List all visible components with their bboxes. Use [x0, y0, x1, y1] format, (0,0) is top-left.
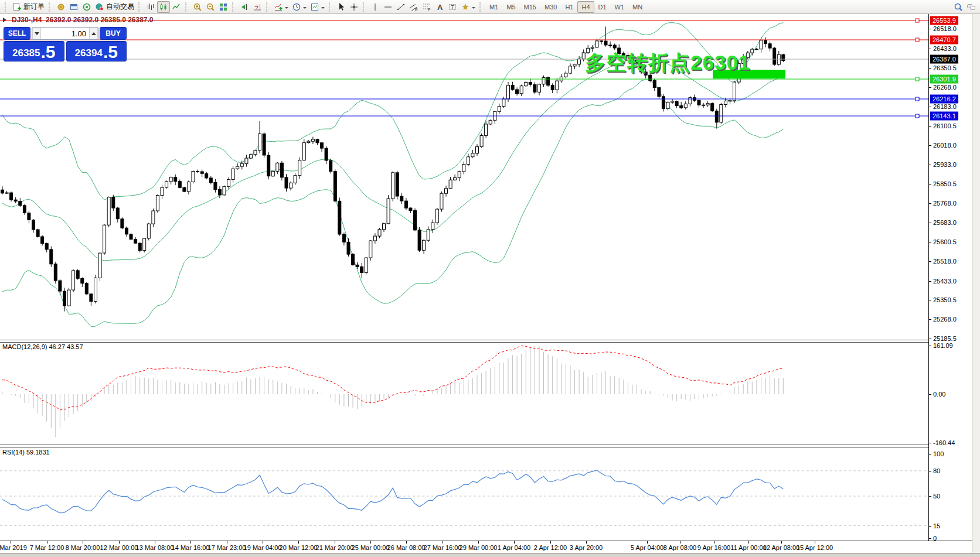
time-tick-label: 3 Apr 20:00	[570, 544, 603, 551]
tf-d1-button[interactable]: D1	[594, 1, 611, 13]
buy-button[interactable]: BUY	[100, 27, 127, 40]
time-tick	[335, 541, 335, 544]
volume-decrease-button[interactable]	[32, 28, 41, 39]
time-tick	[781, 541, 782, 544]
rsi-label: RSI(14) 59.1831	[2, 449, 50, 456]
tf-m5-button[interactable]: M5	[502, 1, 519, 13]
time-tick	[647, 541, 648, 544]
time-tick	[406, 541, 407, 544]
price-tick-label: 26350.5	[933, 64, 957, 71]
macd-label: MACD(12,26,9) 46.27 43.57	[2, 343, 83, 350]
chart-window-button[interactable]	[67, 1, 80, 13]
chat-icon	[967, 2, 976, 12]
tf-mn-button[interactable]: MN	[628, 1, 646, 13]
buy-price-display[interactable]: 26394.5	[66, 41, 127, 61]
autotrade-button[interactable]: 自动交易	[93, 1, 136, 13]
tick-dash	[929, 29, 931, 29]
chevron-down-icon[interactable]	[472, 7, 475, 11]
indicators-button[interactable]	[272, 1, 290, 13]
chart-shift-button[interactable]	[251, 1, 264, 13]
tick-dash	[929, 68, 931, 69]
horizontal-line-button[interactable]	[382, 1, 394, 13]
crosshair-button[interactable]	[348, 1, 360, 13]
arrows-button[interactable]	[459, 1, 477, 13]
price-tick-label: 26018.0	[933, 142, 957, 149]
tick-dash	[929, 126, 931, 127]
time-tick-label: 5 Apr 04:00	[631, 544, 663, 551]
price-tick-label: 161.09	[933, 342, 953, 349]
timeframe-label: H4	[581, 4, 590, 11]
price-tick: 50	[929, 493, 940, 500]
tile-windows-button[interactable]	[217, 1, 230, 13]
zoom-in-button[interactable]	[191, 1, 204, 13]
vline-icon	[370, 2, 380, 12]
periods-button[interactable]	[290, 1, 308, 13]
tick-dash	[929, 165, 931, 165]
time-tick-label: 20 Mar 12:00	[280, 544, 318, 551]
cursor-button[interactable]	[335, 1, 348, 13]
chart-canvas[interactable]	[0, 14, 928, 541]
auto-scroll-button[interactable]	[238, 1, 251, 13]
indicator-icon	[274, 2, 283, 12]
signals-button[interactable]	[80, 1, 93, 13]
svg-text:A: A	[437, 2, 443, 11]
toolbar-grip	[49, 2, 52, 12]
tf-w1-button[interactable]: W1	[611, 1, 629, 13]
tf-m30-button[interactable]: M30	[540, 1, 561, 13]
tf-m1-button[interactable]: M1	[485, 1, 502, 13]
time-axis[interactable]: 6 Mar 20197 Mar 12:008 Mar 20:0012 Mar 0…	[0, 541, 980, 553]
toolbar-grip	[138, 2, 142, 12]
sell-button[interactable]: SELL	[4, 27, 30, 40]
time-tick-label: 26 Mar 08:00	[387, 544, 426, 551]
price-tick: 0.00	[929, 391, 945, 398]
market-watch-button[interactable]	[55, 1, 67, 13]
price-tick: 25600.5	[929, 238, 957, 245]
new-order-button[interactable]: 新订单	[11, 1, 46, 13]
label-button[interactable]: T	[446, 1, 459, 13]
volume-input[interactable]	[41, 28, 89, 39]
price-tick: 80	[929, 467, 940, 474]
panel-separator[interactable]	[0, 445, 928, 447]
price-tick: -160.44	[929, 439, 955, 446]
search-button[interactable]	[952, 1, 965, 13]
price-tick: 26183.0	[929, 103, 957, 110]
line-chart-button[interactable]	[170, 1, 183, 13]
zoom-out-button[interactable]	[204, 1, 217, 13]
templates-button[interactable]	[308, 1, 326, 13]
fibonacci-button[interactable]: F	[420, 1, 433, 13]
tf-m15-button[interactable]: M15	[520, 1, 540, 13]
candlestick-chart-button[interactable]	[157, 1, 170, 13]
price-tick: 161.09	[929, 342, 953, 349]
tick-dash	[929, 394, 931, 395]
volume-increase-button[interactable]	[89, 28, 98, 39]
candles-icon	[159, 2, 168, 12]
sell-price-main: 26385	[12, 45, 40, 61]
channel-button[interactable]: E	[407, 1, 420, 13]
vertical-line-button[interactable]	[369, 1, 382, 13]
text-button[interactable]: A	[433, 1, 446, 13]
autotrade-icon	[95, 2, 104, 12]
tile-icon	[219, 2, 228, 12]
price-axis[interactable]: 26518.026433.026350.526268.026183.026100…	[928, 14, 972, 553]
svg-text:T: T	[451, 4, 455, 10]
tf-h4-button[interactable]: H4	[577, 1, 594, 13]
bar-chart-button[interactable]	[144, 1, 157, 13]
shift-icon	[253, 2, 262, 12]
chevron-down-icon[interactable]	[303, 7, 307, 11]
tick-dash	[929, 300, 931, 300]
one-click-trading-panel: SELL BUY 26385.5 26394.5	[4, 27, 127, 61]
sell-price-display[interactable]: 26385.5	[4, 41, 64, 61]
price-tick: 15	[929, 522, 940, 529]
chat-button[interactable]	[965, 1, 978, 13]
tf-h1-button[interactable]: H1	[561, 1, 577, 13]
trendline-button[interactable]	[394, 1, 407, 13]
triangle-down-icon	[35, 32, 39, 37]
price-tick-label: 25268.0	[933, 316, 957, 323]
tick-dash	[929, 87, 931, 88]
panel-separator[interactable]	[0, 340, 928, 343]
chevron-down-icon[interactable]	[285, 7, 288, 11]
price-tick: 100	[929, 450, 944, 457]
annotation-text[interactable]: 多空转折点26301	[585, 49, 750, 77]
chevron-down-icon[interactable]	[321, 7, 325, 11]
price-tick-label: 25683.0	[933, 219, 957, 226]
